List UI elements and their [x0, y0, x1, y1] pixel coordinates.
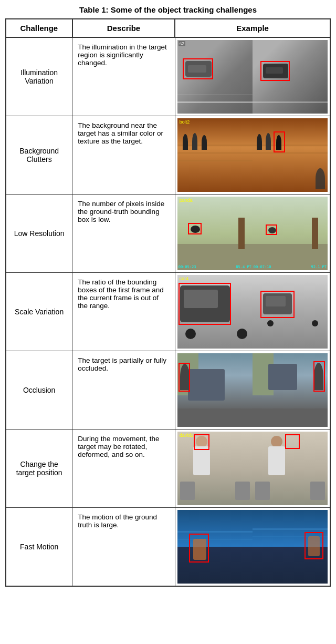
col-example: Example — [175, 19, 330, 37]
col-describe: Describe — [72, 19, 175, 37]
describe-lowres: The number of pixels inside the ground-t… — [72, 195, 175, 273]
example-img-fastmotion: skiing — [177, 510, 328, 584]
tracking-box — [260, 61, 290, 81]
img-half-left: car4 — [177, 275, 253, 349]
img-half-right — [253, 118, 328, 192]
tracking-box — [183, 58, 213, 79]
example-position: david2 — [175, 430, 330, 508]
tracking-box — [274, 131, 285, 152]
tracking-box — [260, 291, 295, 318]
describe-position: During the movement, the target may be r… — [72, 430, 175, 508]
example-img-position: david2 — [177, 432, 328, 505]
img-half-left: david3 — [177, 353, 253, 427]
img-half-left: s2 — [177, 40, 253, 114]
table-row: Change the target position During the mo… — [6, 430, 330, 508]
table-row: Occlusion The target is partially or ful… — [6, 351, 330, 430]
challenge-scale: Scale Variation — [6, 273, 72, 351]
img-label: car4 — [178, 276, 190, 281]
challenge-fastmotion: Fast Motion — [6, 508, 72, 587]
example-img-background: bolt2 — [177, 118, 328, 192]
example-occlusion: david3 — [175, 351, 330, 430]
tracking-box — [188, 223, 202, 234]
table-row: Low Resolution The number of pixels insi… — [6, 195, 330, 273]
img-half-right — [253, 275, 328, 349]
img-half-right — [253, 353, 328, 427]
img-label: david2 — [178, 433, 195, 438]
challenges-table: Challenge Describe Example Illumination … — [5, 18, 331, 587]
describe-background: The background near the target has a sim… — [72, 116, 175, 195]
describe-scale: The ratio of the bounding boxes of the f… — [72, 273, 175, 351]
example-scale: car4 — [175, 273, 330, 351]
table-title: Table 1: Some of the object tracking cha… — [5, 5, 331, 14]
example-img-illumination: s2 — [177, 40, 328, 114]
img-half-left: skiing — [177, 510, 253, 584]
example-background: bolt2 — [175, 116, 330, 195]
table-row: Scale Variation The ratio of the boundin… — [6, 273, 330, 351]
challenge-background: Background Clutters — [6, 116, 72, 195]
example-fastmotion: skiing — [175, 508, 330, 587]
example-img-occlusion: david3 — [177, 353, 328, 427]
describe-fastmotion: The motion of the ground truth is large. — [72, 508, 175, 587]
tracking-box — [194, 434, 209, 450]
tracking-box — [304, 532, 323, 559]
img-half-left: david2 — [177, 432, 253, 505]
page-container: Table 1: Some of the object tracking cha… — [5, 5, 331, 587]
tracking-box — [313, 361, 325, 392]
img-half-left: panda 00:05:23 85.4 PT — [177, 197, 253, 270]
img-half-right — [253, 432, 328, 505]
challenge-lowres: Low Resolution — [6, 195, 72, 273]
img-half-right — [253, 510, 328, 584]
challenge-occlusion: Occlusion — [6, 351, 72, 430]
describe-occlusion: The target is partially or fully occlude… — [72, 351, 175, 430]
tracking-box — [178, 283, 231, 325]
example-lowres: panda 00:05:23 85.4 PT — [175, 195, 330, 273]
col-challenge: Challenge — [6, 19, 72, 37]
challenge-illumination: Illumination Variation — [6, 37, 72, 116]
example-img-lowres: panda 00:05:23 85.4 PT — [177, 197, 328, 270]
example-img-scale: car4 — [177, 275, 328, 349]
img-half-left: bolt2 — [177, 118, 253, 192]
example-illumination: s2 — [175, 37, 330, 116]
img-label: panda — [178, 198, 194, 203]
tracking-box — [189, 534, 209, 563]
tracking-box — [285, 434, 300, 449]
describe-illumination: The illumination in the target region is… — [72, 37, 175, 116]
img-half-right: 00:07:10 92.1 PT — [253, 197, 328, 270]
table-row: Illumination Variation The illumination … — [6, 37, 330, 116]
table-row: Fast Motion The motion of the ground tru… — [6, 508, 330, 587]
table-header-row: Challenge Describe Example — [6, 19, 330, 37]
img-label: s2 — [178, 41, 186, 46]
img-half-right — [253, 40, 328, 114]
tracking-box — [266, 224, 277, 235]
img-label: bolt2 — [178, 119, 191, 125]
table-row: Background Clutters The background near … — [6, 116, 330, 195]
tracking-box — [178, 363, 190, 392]
challenge-position: Change the target position — [6, 430, 72, 508]
